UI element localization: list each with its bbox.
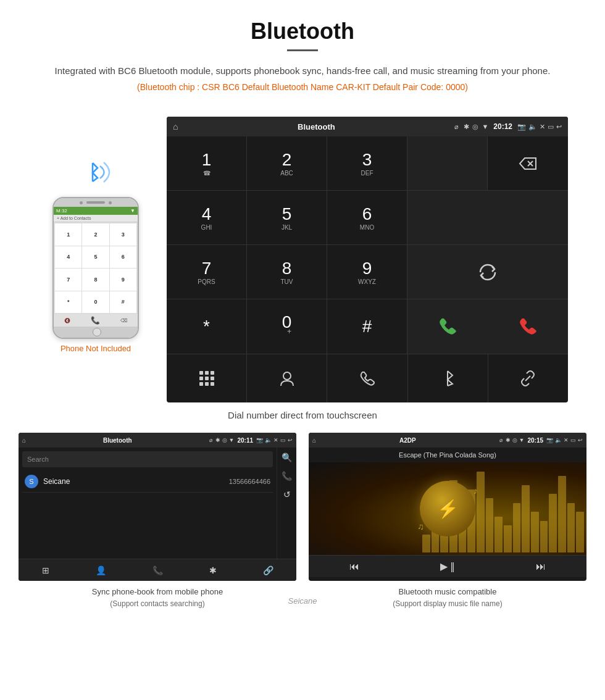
phone-home-button[interactable] xyxy=(54,327,139,338)
dial-key-3[interactable]: 3DEF xyxy=(327,136,407,191)
phonebook-bottom-bar: ⊞ 👤 📞 ✱ 🔗 xyxy=(19,559,296,581)
search-bar[interactable]: Search xyxy=(22,451,273,467)
home-icon[interactable]: ⌂ xyxy=(173,122,178,131)
contact-number: 13566664466 xyxy=(229,478,270,485)
svg-rect-11 xyxy=(205,382,209,386)
dial-key-hash[interactable]: # xyxy=(327,299,407,354)
page-title: Bluetooth xyxy=(25,19,580,44)
dial-key-8[interactable]: 8TUV xyxy=(247,245,327,299)
music-note-2: ♫ xyxy=(417,522,424,531)
phone-key-9[interactable]: 9 xyxy=(110,269,136,291)
music-status-bar: ⌂ A2DP ⌀ ✱ ◎ ▼ 20:15 📷 🔈 ✕ ▭ ↩ xyxy=(309,433,586,448)
ms-back-icon: ↩ xyxy=(578,437,583,443)
dial-key-7[interactable]: 7PQRS xyxy=(167,245,247,299)
album-circle: ⚡ ♪ ♫ xyxy=(420,481,475,536)
ms-home-icon[interactable]: ⌂ xyxy=(312,437,316,444)
phone-key-8[interactable]: 8 xyxy=(82,269,109,291)
pb-bt-bottom-icon[interactable]: ✱ xyxy=(209,565,217,575)
dial-key-star[interactable]: * xyxy=(167,299,247,354)
ms-usb-icon: ⌀ xyxy=(499,437,503,443)
back-icon: ↩ xyxy=(556,123,562,131)
pb-link-bottom-icon[interactable]: 🔗 xyxy=(263,565,273,575)
page-description: Integrated with BC6 Bluetooth module, su… xyxy=(25,64,580,78)
dial-backspace[interactable] xyxy=(488,136,568,191)
dial-key-1[interactable]: 1☎ xyxy=(167,136,247,191)
phone-home-circle xyxy=(93,328,101,336)
svg-rect-6 xyxy=(211,371,214,375)
phonebook-caption-main: Sync phone-book from mobile phone xyxy=(92,586,223,598)
svg-rect-7 xyxy=(199,377,203,380)
pb-user-icon[interactable]: 👤 xyxy=(96,565,106,575)
pb-usb-icon: ⌀ xyxy=(209,437,212,443)
pb-home-icon[interactable]: ⌂ xyxy=(22,437,26,444)
music-note-1: ♪ xyxy=(474,486,478,496)
pb-loc-icon: ◎ xyxy=(222,437,227,443)
pb-win-icon: ▭ xyxy=(280,437,286,443)
pb-signal-icon: ▼ xyxy=(229,437,235,443)
page-header: Bluetooth Integrated with BC6 Bluetooth … xyxy=(0,0,605,110)
dial-key-5[interactable]: 5JKL xyxy=(247,191,327,245)
pb-x-icon: ✕ xyxy=(273,437,278,443)
phone-key-2[interactable]: 2 xyxy=(82,223,109,246)
svg-rect-5 xyxy=(205,371,209,375)
skip-forward-icon[interactable]: ⏭ xyxy=(536,561,546,572)
usb-icon: ⌀ xyxy=(454,123,459,131)
svg-marker-1 xyxy=(520,158,536,169)
dial-key-9[interactable]: 9WXYZ xyxy=(327,245,407,299)
phone-add-contact: + Add to Contacts xyxy=(54,215,138,222)
search-icon[interactable]: 🔍 xyxy=(282,452,292,462)
phonebook-list: Search S Seicane 13566664466 xyxy=(19,448,277,573)
dial-android-screen: ⌂ Bluetooth ⌀ ✱ ◎ ▼ 20:12 📷 🔈 ✕ ▭ ↩ 1☎ xyxy=(167,117,568,402)
pb-vol-icon: 🔈 xyxy=(265,437,272,443)
phone-key-0[interactable]: 0 xyxy=(82,291,109,314)
phone-key-5[interactable]: 5 xyxy=(82,246,109,269)
dial-key-4[interactable]: 4GHI xyxy=(167,191,247,245)
ms-time: 20:15 xyxy=(527,437,543,444)
pb-grid-icon[interactable]: ⊞ xyxy=(42,565,49,575)
pb-bt-icon: ✱ xyxy=(215,437,220,443)
refresh-icon[interactable]: ↺ xyxy=(283,490,291,499)
skip-back-icon[interactable]: ⏮ xyxy=(349,561,359,572)
contacts-icon[interactable] xyxy=(247,354,327,402)
svg-rect-12 xyxy=(211,382,214,386)
svg-rect-10 xyxy=(199,382,203,386)
phone-key-4[interactable]: 4 xyxy=(55,246,81,269)
dial-section: M:32▼ + Add to Contacts 1 2 3 4 5 6 7 8 … xyxy=(0,110,605,402)
phone-dot-2 xyxy=(109,201,112,204)
phone-key-3[interactable]: 3 xyxy=(110,223,136,246)
phonebook-right-actions: 🔍 📞 ↺ xyxy=(277,448,296,573)
pb-phone-icon[interactable]: 📞 xyxy=(152,565,163,575)
dial-end-button[interactable] xyxy=(488,299,568,354)
phone-bottom-row: 🔇 📞 ⌫ xyxy=(54,314,138,327)
contact-row[interactable]: S Seicane 13566664466 xyxy=(22,471,273,493)
dial-empty-2 xyxy=(407,191,568,245)
dial-refresh-area[interactable] xyxy=(407,245,568,299)
music-caption-main: Bluetooth music compatible xyxy=(393,586,502,598)
ms-right-icons: 📷 🔈 ✕ ▭ ↩ xyxy=(546,437,583,443)
svg-rect-4 xyxy=(199,371,203,375)
dial-key-0[interactable]: 0+ xyxy=(247,299,327,354)
phone-key-star[interactable]: * xyxy=(55,291,81,314)
phone-key-6[interactable]: 6 xyxy=(110,246,136,269)
dial-call-button[interactable] xyxy=(407,299,488,354)
bluetooth-icon[interactable] xyxy=(408,354,488,402)
call-icon[interactable]: 📞 xyxy=(282,471,292,481)
dialpad-icon[interactable] xyxy=(167,354,247,402)
location-icon: ◎ xyxy=(472,123,478,131)
dial-key-6[interactable]: 6MNO xyxy=(327,191,407,245)
phone-screen: M:32▼ + Add to Contacts 1 2 3 4 5 6 7 8 … xyxy=(54,207,138,327)
music-android-screen: ⌂ A2DP ⌀ ✱ ◎ ▼ 20:15 📷 🔈 ✕ ▭ ↩ Escape xyxy=(309,433,586,581)
phone-key-hash[interactable]: # xyxy=(110,291,136,314)
link-icon[interactable] xyxy=(488,354,568,402)
play-pause-icon[interactable]: ▶ ‖ xyxy=(440,560,455,572)
contact-avatar: S xyxy=(25,475,38,488)
call-log-icon[interactable] xyxy=(327,354,407,402)
status-time: 20:12 xyxy=(493,122,512,131)
dial-key-2[interactable]: 2ABC xyxy=(247,136,327,191)
svg-rect-9 xyxy=(211,377,214,380)
phone-key-7[interactable]: 7 xyxy=(55,269,81,291)
music-caption-sub: (Support display music file name) xyxy=(393,598,502,609)
svg-rect-8 xyxy=(205,377,209,380)
phonebook-main: Search S Seicane 13566664466 🔍 📞 ↺ xyxy=(19,448,296,573)
phone-key-1[interactable]: 1 xyxy=(55,223,81,246)
